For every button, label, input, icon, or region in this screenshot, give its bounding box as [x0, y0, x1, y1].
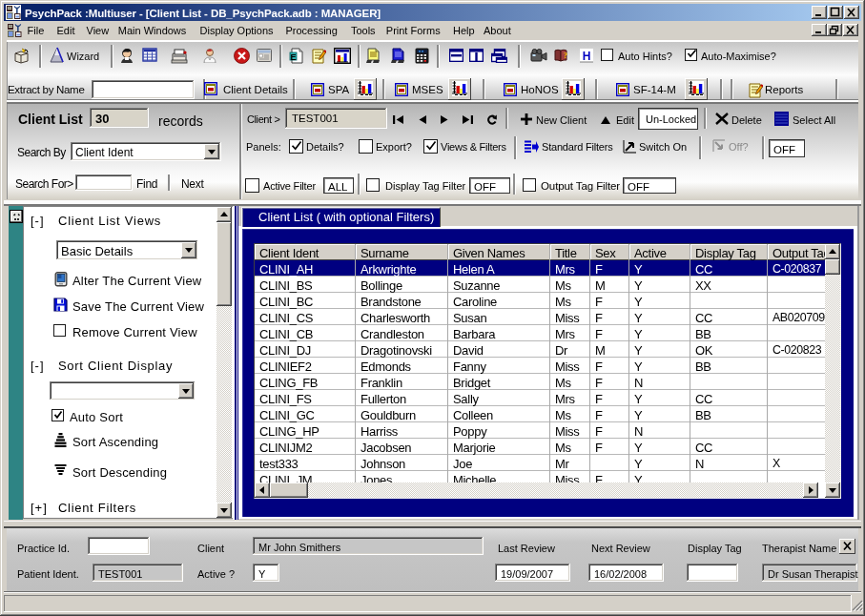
svg-text:H: H: [583, 50, 591, 63]
svg-text:E: E: [290, 52, 296, 62]
svg-text:?: ?: [564, 51, 567, 60]
